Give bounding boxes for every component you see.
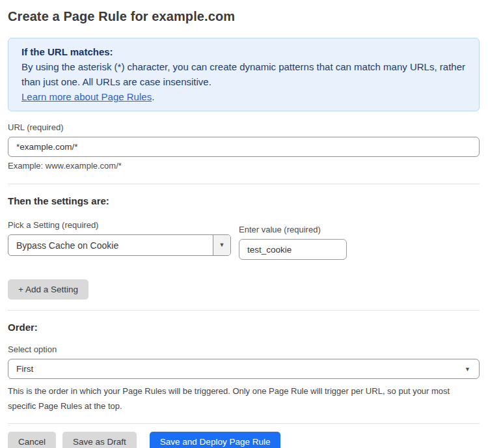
pick-setting-column: Pick a Setting (required) Bypass Cache o…: [8, 220, 231, 256]
pick-setting-selected-value: Bypass Cache on Cookie: [8, 235, 213, 255]
form-actions: Cancel Save as Draft Save and Deploy Pag…: [8, 432, 480, 448]
info-box-link-line: Learn more about Page Rules.: [21, 89, 466, 104]
cancel-button[interactable]: Cancel: [8, 432, 56, 448]
pick-setting-label: Pick a Setting (required): [8, 220, 231, 230]
settings-section-heading: Then the settings are:: [8, 195, 480, 206]
pick-setting-select[interactable]: Bypass Cache on Cookie ▼: [8, 234, 231, 256]
order-select-label: Select option: [8, 344, 480, 354]
order-section-heading: Order:: [8, 322, 480, 333]
divider: [8, 423, 480, 424]
create-page-rule-form: Create a Page Rule for example.com If th…: [0, 0, 488, 448]
chevron-down-icon: ▼: [219, 242, 225, 248]
enter-value-column: Enter value (required): [239, 225, 347, 260]
order-selected-value: First: [16, 364, 33, 374]
save-and-deploy-button[interactable]: Save and Deploy Page Rule: [150, 432, 281, 448]
url-field-label: URL (required): [8, 122, 480, 132]
chevron-down-icon: ▼: [465, 366, 470, 372]
link-suffix: .: [152, 91, 154, 102]
save-as-draft-button[interactable]: Save as Draft: [62, 432, 137, 448]
order-help-text: This is the order in which your Page Rul…: [8, 384, 480, 413]
divider: [8, 310, 480, 311]
settings-row: Pick a Setting (required) Bypass Cache o…: [8, 220, 480, 260]
info-box-body: By using the asterisk (*) character, you…: [21, 59, 466, 89]
divider: [8, 184, 480, 184]
url-matches-info-box: If the URL matches: By using the asteris…: [8, 38, 480, 111]
order-select[interactable]: First ▼: [8, 359, 480, 379]
setting-value-input[interactable]: [239, 239, 347, 260]
page-title: Create a Page Rule for example.com: [8, 9, 480, 24]
add-setting-button[interactable]: + Add a Setting: [8, 279, 88, 300]
url-input[interactable]: [8, 137, 480, 157]
enter-value-label: Enter value (required): [239, 225, 347, 234]
url-example-text: Example: www.example.com/*: [8, 161, 480, 171]
learn-more-link[interactable]: Learn more about Page Rules: [21, 91, 152, 102]
pick-setting-arrow-button[interactable]: ▼: [213, 235, 230, 255]
info-box-heading: If the URL matches:: [21, 44, 466, 59]
